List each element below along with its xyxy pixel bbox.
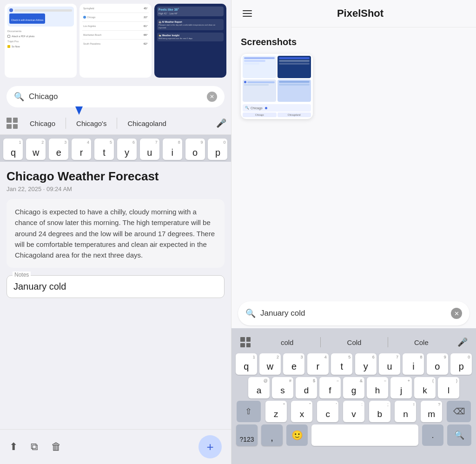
- rkey-n[interactable]: ! n: [395, 401, 416, 422]
- app-title: PixelShot: [337, 7, 383, 20]
- suggestion-3[interactable]: Chicagoland: [121, 117, 172, 130]
- rkey-e[interactable]: 3 e: [283, 353, 304, 375]
- right-suggestion-2[interactable]: Cold: [321, 337, 387, 348]
- grid-dot: [7, 118, 12, 123]
- rkey-o[interactable]: 9 o: [427, 353, 448, 375]
- preview-cell-1: [243, 56, 276, 78]
- search-bar[interactable]: 🔍 Chicago ✕: [7, 86, 225, 107]
- screenshot-preview[interactable]: 🔍 Chicago Chicago Chicagoland: [241, 54, 313, 119]
- cursor-indicator: [75, 106, 83, 115]
- rkey-r[interactable]: 4 r: [307, 353, 329, 375]
- right-content: Screenshots: [231, 27, 476, 172]
- page-title: Chicago Weather Forecast: [7, 169, 225, 184]
- rkey-p[interactable]: 0 p: [450, 353, 472, 375]
- weather-body: Chicago is expected to have a chilly, cl…: [15, 206, 216, 260]
- right-suggestion-1[interactable]: cold: [254, 337, 320, 348]
- key-t[interactable]: 5 t: [94, 139, 114, 160]
- search-key[interactable]: 🔍: [447, 424, 471, 446]
- right-search-input[interactable]: January cold: [260, 309, 446, 318]
- right-suggestion-3[interactable]: Cole: [388, 337, 455, 348]
- key-u[interactable]: 7 u: [140, 139, 159, 160]
- right-header: PixelShot: [231, 0, 476, 27]
- preview-cell-4: [278, 80, 311, 102]
- rkey-h[interactable]: − h: [367, 377, 388, 398]
- rkey-b[interactable]: ; b: [369, 401, 390, 422]
- rkey-c[interactable]: ' c: [317, 401, 338, 422]
- mic-icon[interactable]: 🎤: [216, 118, 226, 128]
- notes-text: January cold: [13, 281, 66, 292]
- rkey-z[interactable]: * z: [265, 401, 287, 422]
- suggestion-divider: [66, 118, 66, 129]
- special-key[interactable]: ?123: [236, 424, 258, 446]
- page-date: Jan 22, 2025 · 09:24 AM: [7, 186, 225, 192]
- period-key[interactable]: .: [422, 424, 443, 446]
- rkey-d[interactable]: $ d: [296, 377, 317, 398]
- key-y[interactable]: 6 y: [117, 139, 137, 160]
- hamburger-line: [243, 16, 252, 17]
- key-o[interactable]: 9 o: [185, 139, 205, 160]
- key-i[interactable]: 8 i: [163, 139, 182, 160]
- screenshot-thumb-1[interactable]: Check in with American Airlines Document…: [5, 4, 77, 78]
- notes-section[interactable]: Notes January cold: [7, 275, 225, 298]
- backspace-key[interactable]: ⌫: [447, 401, 471, 422]
- rkey-i[interactable]: 8 i: [403, 353, 424, 375]
- rkey-u[interactable]: 7 u: [379, 353, 400, 375]
- rkey-w[interactable]: 2 w: [259, 353, 281, 375]
- space-key[interactable]: [311, 424, 418, 446]
- key-e[interactable]: 3 e: [49, 139, 68, 160]
- rkey-f[interactable]: − f: [319, 377, 341, 398]
- rkey-g[interactable]: & g: [343, 377, 364, 398]
- weather-card: Chicago is expected to have a chilly, cl…: [7, 199, 225, 268]
- notes-label: Notes: [13, 272, 31, 278]
- rkey-a[interactable]: @ a: [248, 377, 270, 398]
- right-search-bar[interactable]: 🔍 January cold ✕: [238, 301, 469, 325]
- grid-dot: [13, 118, 18, 123]
- right-keyboard-rows: 1 q 2 w 3 e 4 r 5 t: [233, 353, 474, 446]
- right-panel: PixelShot Screenshots: [231, 0, 476, 464]
- right-key-row-2: @ a # s $ d − f & g: [234, 377, 473, 398]
- right-key-row-bottom: ?123 , 🙂 . 🔍: [234, 424, 473, 446]
- comma-key[interactable]: ,: [261, 424, 283, 446]
- duplicate-icon[interactable]: ⧉: [31, 441, 38, 453]
- hamburger-menu[interactable]: [241, 8, 254, 19]
- right-key-row-1: 1 q 2 w 3 e 4 r 5 t: [234, 353, 473, 375]
- rkey-m[interactable]: ? m: [421, 401, 442, 422]
- grid-dot: [13, 124, 18, 129]
- search-input[interactable]: Chicago: [29, 92, 202, 101]
- emoji-key[interactable]: 🙂: [286, 424, 308, 446]
- add-button[interactable]: +: [198, 435, 222, 458]
- right-mic-icon[interactable]: 🎤: [455, 335, 470, 349]
- rkey-q[interactable]: 1 q: [236, 353, 257, 375]
- right-search-icon: 🔍: [245, 308, 256, 318]
- rkey-l[interactable]: ) l: [438, 377, 459, 398]
- keyboard-grid-icon: [5, 116, 20, 131]
- key-p[interactable]: 0 p: [208, 139, 227, 160]
- share-icon[interactable]: ⬆: [9, 441, 18, 453]
- right-search-clear-button[interactable]: ✕: [451, 308, 462, 319]
- screenshot-thumb-2[interactable]: Springfield 45° Chicago 22° Los Angeles …: [79, 4, 152, 78]
- rkey-y[interactable]: 6 y: [355, 353, 377, 375]
- backspace-icon: ⌫: [453, 406, 465, 417]
- preview-search-row: 🔍 Chicago Chicago Chicagoland: [243, 104, 311, 117]
- screenshot-thumb-3[interactable]: Feels like 38° High 41° · Low 44° 🤖 AI W…: [154, 4, 226, 78]
- suggestion-1[interactable]: Chicago: [23, 117, 62, 130]
- key-w[interactable]: 2 w: [26, 139, 46, 160]
- rkey-s[interactable]: # s: [272, 377, 293, 398]
- rkey-v[interactable]: : v: [343, 401, 364, 422]
- key-r[interactable]: 4 r: [72, 139, 91, 160]
- key-q[interactable]: 1 q: [3, 139, 23, 160]
- rkey-j[interactable]: + j: [390, 377, 412, 398]
- search-clear-button[interactable]: ✕: [207, 92, 217, 102]
- keyboard-row-1: 1 q 2 w 3 e 4 r 5 t 6 y 7 u 8 i: [0, 135, 231, 162]
- search-bar-section: 🔍 Chicago ✕: [0, 81, 231, 112]
- rkey-k[interactable]: ( k: [414, 377, 436, 398]
- search-icon: 🔍: [14, 92, 24, 102]
- shift-key[interactable]: ⇧: [237, 401, 261, 422]
- right-search-section: 🔍 January cold ✕: [231, 297, 476, 328]
- rkey-x[interactable]: " x: [291, 401, 312, 422]
- suggestion-2[interactable]: Chicago's: [70, 117, 113, 130]
- emoji-icon: 🙂: [291, 430, 303, 441]
- delete-icon[interactable]: 🗑: [51, 441, 61, 453]
- rkey-t[interactable]: 5 t: [331, 353, 352, 375]
- period-label: .: [431, 431, 434, 440]
